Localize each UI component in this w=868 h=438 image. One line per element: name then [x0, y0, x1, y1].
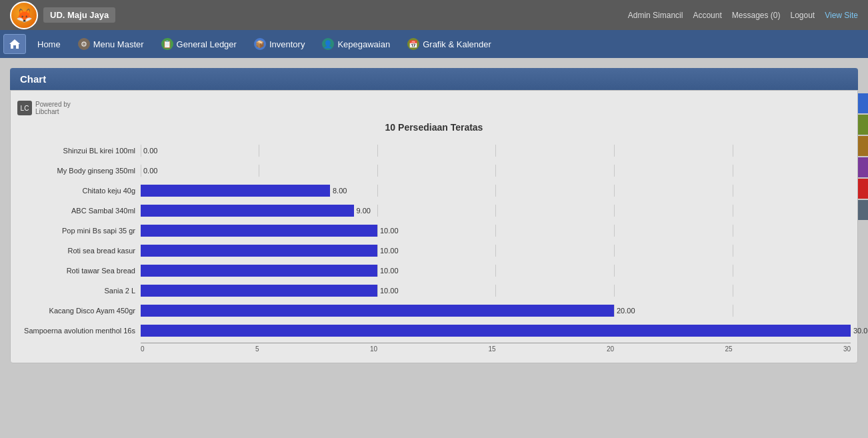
axis-labels: 051015202530 — [141, 345, 851, 353]
kepegawaian-label: Kepegawaian — [337, 39, 390, 49]
bar-row: Kacang Disco Ayam 450gr20.00 — [17, 303, 851, 319]
site-title: UD. Maju Jaya — [43, 7, 115, 23]
logo-icon: 🦊 — [10, 1, 38, 29]
bar-row: Roti sea bread kasur10.00 — [17, 243, 851, 259]
logo-area: 🦊 UD. Maju Jaya — [10, 1, 115, 29]
bar-fill — [141, 305, 614, 317]
chart-title: 10 Persediaan Teratas — [17, 122, 851, 133]
bar-value: 10.00 — [380, 287, 399, 295]
chart-section-title: Chart — [20, 73, 46, 85]
bar-label: Chitato keju 40g — [17, 187, 141, 195]
bar-fill — [141, 265, 377, 277]
bar-value: 9.00 — [357, 207, 371, 215]
bar-fill — [141, 185, 330, 197]
bar-wrapper: 20.00 — [141, 305, 851, 317]
bar-label: Roti sea bread kasur — [17, 247, 141, 255]
bar-fill — [141, 225, 377, 237]
topbar: 🦊 UD. Maju Jaya Admin Simancil Account M… — [0, 0, 868, 30]
bar-wrapper: 9.00 — [141, 205, 851, 217]
axis-label: 30 — [843, 345, 851, 353]
bar-label: Shinzui BL kirei 100ml — [17, 147, 141, 155]
bar-chart: Shinzui BL kirei 100ml0.00My Body ginsen… — [17, 143, 851, 339]
bar-wrapper: 10.00 — [141, 245, 851, 257]
axis-label: 15 — [488, 345, 495, 353]
bar-value: 20.00 — [617, 307, 635, 315]
bar-fill — [141, 285, 377, 297]
inventory-label: Inventory — [269, 39, 305, 49]
bar-row: Chitato keju 40g8.00 — [17, 183, 851, 199]
bar-wrapper: 30.00 — [141, 325, 851, 337]
bar-value: 0.00 — [143, 167, 157, 175]
bar-label: Sania 2 L — [17, 287, 141, 295]
bar-fill — [141, 245, 377, 257]
menu-master-label: Menu Master — [93, 39, 144, 49]
bar-row: Roti tawar Sea bread10.00 — [17, 263, 851, 279]
bar-label: ABC Sambal 340ml — [17, 207, 141, 215]
nav-item-menu-master[interactable]: ⚙ Menu Master — [70, 34, 152, 54]
home-icon-btn[interactable] — [3, 34, 26, 54]
logout-link[interactable]: Logout — [790, 11, 815, 20]
account-link[interactable]: Account — [693, 11, 721, 20]
messages-link[interactable]: Messages (0) — [732, 11, 781, 20]
bar-row: My Body ginseng 350ml0.00 — [17, 163, 851, 179]
bar-value: 10.00 — [380, 227, 399, 235]
powered-by-text: Powered by Libchart — [35, 101, 71, 115]
bar-fill — [141, 325, 851, 337]
view-site-link[interactable]: View Site — [825, 11, 858, 20]
topbar-nav: Admin Simancil Account Messages (0) Logo… — [628, 11, 858, 20]
bar-value: 30.00 — [853, 327, 868, 335]
bar-label: Roti tawar Sea bread — [17, 267, 141, 275]
navbar: Home ⚙ Menu Master 📋 General Ledger 📦 In… — [0, 30, 868, 58]
axis-label: 25 — [725, 345, 732, 353]
axis-label: 0 — [141, 345, 145, 353]
bar-fill — [141, 205, 354, 217]
axis-label: 20 — [607, 345, 614, 353]
bar-wrapper: 10.00 — [141, 285, 851, 297]
bar-label: Kacang Disco Ayam 450gr — [17, 307, 141, 315]
bar-row: Sampoerna avolution menthol 16s30.00 — [17, 323, 851, 339]
general-ledger-label: General Ledger — [177, 39, 237, 49]
nav-item-home[interactable]: Home — [29, 34, 69, 54]
chart-section: Chart LC Powered by Libchart 10 Persedia… — [0, 58, 868, 373]
nav-item-inventory[interactable]: 📦 Inventory — [246, 34, 313, 54]
bar-value: 0.00 — [143, 147, 157, 155]
bar-row: Pop mini Bs sapi 35 gr10.00 — [17, 223, 851, 239]
bar-row: ABC Sambal 340ml9.00 — [17, 203, 851, 219]
axis-label: 10 — [370, 345, 377, 353]
bar-value: 10.00 — [380, 247, 399, 255]
admin-label[interactable]: Admin Simancil — [628, 11, 683, 20]
bar-row: Shinzui BL kirei 100ml0.00 — [17, 143, 851, 159]
chart-container: LC Powered by Libchart 10 Persediaan Ter… — [10, 90, 858, 363]
grafik-icon: 📅 — [407, 38, 419, 50]
menu-master-icon: ⚙ — [78, 38, 90, 50]
chart-powered: LC Powered by Libchart — [17, 101, 851, 115]
general-ledger-icon: 📋 — [161, 38, 173, 50]
bar-wrapper: 10.00 — [141, 225, 851, 237]
nav-item-kepegawaian[interactable]: 👤 Kepegawaian — [314, 34, 398, 54]
bar-wrapper: 8.00 — [141, 185, 851, 197]
bar-wrapper: 10.00 — [141, 265, 851, 277]
nav-item-grafik[interactable]: 📅 Grafik & Kalender — [399, 34, 499, 54]
kepegawaian-icon: 👤 — [322, 38, 334, 50]
bar-row: Sania 2 L10.00 — [17, 283, 851, 299]
bar-value: 8.00 — [333, 187, 347, 195]
bar-value: 10.00 — [380, 267, 399, 275]
bar-wrapper: 0.00 — [141, 145, 851, 157]
axis-label: 5 — [255, 345, 259, 353]
home-label: Home — [37, 39, 61, 49]
nav-item-general-ledger[interactable]: 📋 General Ledger — [153, 34, 245, 54]
bar-label: Pop mini Bs sapi 35 gr — [17, 227, 141, 235]
inventory-icon: 📦 — [254, 38, 266, 50]
bar-label: Sampoerna avolution menthol 16s — [17, 327, 141, 335]
chart-header: Chart — [10, 68, 858, 90]
grafik-label: Grafik & Kalender — [423, 39, 491, 49]
libchart-icon: LC — [17, 101, 32, 115]
bar-wrapper: 0.00 — [141, 165, 851, 177]
bar-label: My Body ginseng 350ml — [17, 167, 141, 175]
chart-axis: 051015202530 — [141, 343, 851, 353]
nav-items: Home ⚙ Menu Master 📋 General Ledger 📦 In… — [29, 34, 499, 54]
